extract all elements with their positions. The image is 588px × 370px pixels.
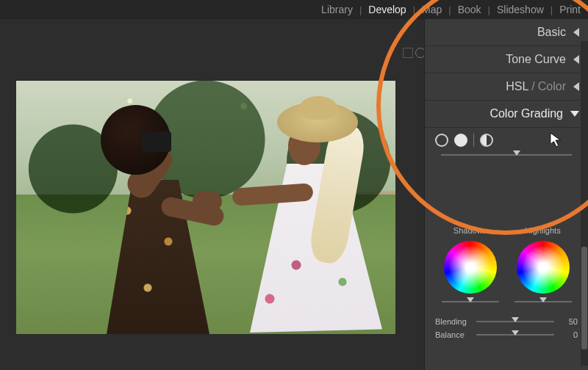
joined-hands bbox=[192, 191, 223, 212]
nav-separator: | bbox=[359, 4, 362, 15]
shadows-luminance-slider[interactable] bbox=[442, 297, 499, 307]
nav-book[interactable]: Book bbox=[458, 4, 481, 15]
nav-separator: | bbox=[448, 4, 451, 15]
cg-tab-three-way-icon[interactable] bbox=[435, 134, 448, 147]
collapse-triangle-icon bbox=[573, 82, 579, 91]
panel-title-tone-curve: Tone Curve bbox=[506, 53, 566, 66]
blending-slider[interactable]: Blending 50 bbox=[435, 317, 578, 326]
slider-thumb-icon[interactable] bbox=[512, 317, 519, 322]
panel-header-hsl-color[interactable]: HSL / Color bbox=[425, 73, 588, 101]
panel-header-tone-curve[interactable]: Tone Curve bbox=[425, 46, 588, 73]
color-wheel-row: Shadows Highlights bbox=[434, 226, 579, 307]
slider-thumb-icon[interactable] bbox=[512, 330, 519, 335]
balance-value[interactable]: 0 bbox=[560, 330, 578, 339]
wheel-center-handle-icon[interactable] bbox=[467, 264, 475, 272]
blending-label: Blending bbox=[435, 317, 470, 326]
panel-title-color-grading: Color Grading bbox=[490, 107, 563, 120]
nav-separator: | bbox=[413, 4, 415, 15]
blending-value[interactable]: 50 bbox=[560, 317, 578, 326]
color-grading-body: Shadows Highlights Blending 50 Balance bbox=[425, 128, 588, 347]
panel-header-basic[interactable]: Basic bbox=[425, 19, 588, 46]
wheel-label-highlights: Highlights bbox=[525, 226, 560, 235]
figure-subject bbox=[237, 96, 376, 334]
slider-thumb-icon[interactable] bbox=[539, 297, 547, 302]
collapse-triangle-icon bbox=[573, 55, 579, 64]
cg-luminance-slider[interactable] bbox=[441, 154, 572, 156]
color-wheel-shadows[interactable] bbox=[444, 241, 497, 294]
slider-thumb-icon[interactable] bbox=[513, 150, 520, 156]
panel-header-color-grading[interactable]: Color Grading bbox=[425, 101, 588, 128]
nav-separator: | bbox=[551, 4, 553, 15]
wheel-label-shadows: Shadows bbox=[453, 226, 487, 235]
app-root: Library| Develop| Map| Book| Slideshow| … bbox=[0, 0, 588, 370]
nav-slideshow[interactable]: Slideshow bbox=[497, 4, 544, 15]
nav-develop[interactable]: Develop bbox=[368, 4, 406, 15]
scrollbar-thumb[interactable] bbox=[581, 247, 587, 349]
panel-title-hsl: HSL bbox=[506, 80, 528, 93]
photo-scene bbox=[16, 81, 395, 334]
figure-photographer bbox=[93, 99, 204, 334]
nav-library[interactable]: Library bbox=[321, 4, 353, 15]
nav-map[interactable]: Map bbox=[422, 4, 442, 15]
cg-tab-global-icon[interactable] bbox=[480, 134, 493, 147]
expand-triangle-icon bbox=[570, 111, 579, 117]
tool-crop-icon[interactable] bbox=[403, 48, 413, 58]
collapse-triangle-icon bbox=[573, 28, 579, 37]
panel-title-sep: / bbox=[531, 80, 534, 93]
balance-slider[interactable]: Balance 0 bbox=[435, 330, 578, 339]
color-wheel-highlights-col: Highlights bbox=[514, 226, 572, 307]
highlights-luminance-slider[interactable] bbox=[514, 297, 572, 307]
wheel-center-handle-icon[interactable] bbox=[540, 264, 548, 272]
nav-separator: | bbox=[488, 4, 490, 15]
color-grading-view-tabs bbox=[435, 134, 579, 147]
nav-print[interactable]: Print bbox=[559, 4, 581, 15]
panel-title-basic: Basic bbox=[537, 26, 566, 39]
panel-scrollbar[interactable] bbox=[581, 41, 588, 366]
image-preview[interactable] bbox=[16, 81, 395, 334]
balance-label: Balance bbox=[435, 330, 470, 339]
color-wheel-highlights[interactable] bbox=[517, 241, 570, 294]
cg-tab-separator bbox=[473, 134, 474, 147]
panel-title-color: Color bbox=[538, 80, 566, 93]
module-nav: Library| Develop| Map| Book| Slideshow| … bbox=[0, 0, 588, 19]
cg-tab-midtones-icon[interactable] bbox=[454, 134, 467, 147]
right-panel: Basic Tone Curve HSL / Color Color Gradi… bbox=[424, 19, 588, 370]
slider-thumb-icon[interactable] bbox=[467, 297, 474, 302]
color-wheel-shadows-col: Shadows bbox=[442, 226, 499, 307]
